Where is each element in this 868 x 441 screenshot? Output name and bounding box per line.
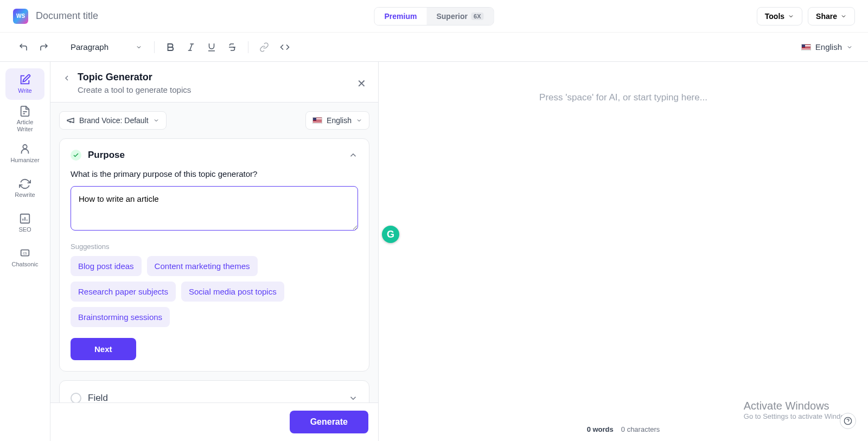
- plan-toggle: Premium Superior 6X: [374, 7, 494, 25]
- top-bar: WS Document title Premium Superior 6X To…: [0, 0, 868, 33]
- brand-voice-label: Brand Voice: Default: [79, 116, 149, 125]
- sidebar-item-label: SEO: [18, 226, 31, 233]
- char-count: 0 characters: [621, 425, 660, 433]
- strikethrough-button[interactable]: [224, 39, 240, 55]
- purpose-title: Purpose: [88, 150, 125, 161]
- next-button[interactable]: Next: [71, 338, 136, 360]
- svg-point-7: [23, 145, 27, 149]
- chevron-down-icon: [356, 117, 362, 124]
- sidebar-item-label: Article Writer: [17, 119, 34, 132]
- sidebar: Write Article Writer Humanizer Rewrite S…: [0, 62, 50, 441]
- chevron-down-icon: [840, 13, 847, 20]
- plan-premium[interactable]: Premium: [375, 8, 427, 25]
- language-label: English: [815, 42, 842, 52]
- document-icon: [19, 105, 31, 117]
- expand-button[interactable]: [348, 393, 358, 402]
- flag-us-icon: [312, 117, 322, 124]
- person-icon: [19, 143, 31, 155]
- chevron-down-icon: [153, 117, 159, 124]
- suggestion-chip[interactable]: Content marketing themes: [147, 256, 258, 276]
- suggestion-chip[interactable]: Blog post ideas: [71, 256, 142, 276]
- purpose-input[interactable]: [71, 186, 358, 231]
- activate-title: Activate Windows: [744, 400, 855, 412]
- flag-us-icon: [801, 44, 811, 50]
- check-icon: [71, 150, 81, 161]
- panel-language-select[interactable]: English: [305, 111, 369, 130]
- panel-title: Topic Generator: [78, 72, 191, 83]
- tools-button[interactable]: Tools: [757, 7, 802, 25]
- separator: [154, 41, 155, 53]
- format-toolbar: Paragraph English: [0, 33, 868, 62]
- share-button-label: Share: [816, 12, 837, 21]
- italic-button[interactable]: [183, 39, 199, 55]
- activate-windows-overlay: Activate Windows Go to Settings to activ…: [744, 400, 855, 420]
- panel-header: Topic Generator Create a tool to generat…: [50, 62, 378, 103]
- word-count: 0 words: [587, 425, 614, 433]
- tools-button-label: Tools: [765, 12, 784, 21]
- question-icon: [844, 417, 852, 425]
- app-logo[interactable]: WS: [13, 9, 28, 24]
- field-title: Field: [88, 393, 108, 402]
- underline-button[interactable]: [203, 39, 220, 55]
- chevron-down-icon: [788, 13, 794, 20]
- sidebar-item-write[interactable]: Write: [5, 68, 44, 100]
- editor-status: 0 words 0 characters: [587, 425, 660, 433]
- refresh-icon: [19, 178, 31, 190]
- sidebar-item-label: Humanizer: [10, 157, 39, 164]
- sidebar-item-label: Rewrite: [15, 191, 35, 199]
- chevron-down-icon: [846, 44, 853, 50]
- plan-superior-label: Superior: [436, 12, 468, 21]
- link-button[interactable]: [256, 39, 272, 55]
- grammarly-icon[interactable]: G: [382, 226, 399, 243]
- sidebar-item-rewrite[interactable]: Rewrite: [5, 172, 44, 204]
- block-type-select[interactable]: Paragraph: [66, 40, 146, 54]
- tool-panel: Topic Generator Create a tool to generat…: [50, 62, 379, 441]
- generate-button[interactable]: Generate: [290, 411, 368, 433]
- sidebar-item-label: Write: [18, 87, 31, 94]
- back-button[interactable]: [62, 74, 71, 82]
- document-title-input[interactable]: Document title: [36, 10, 98, 22]
- language-select[interactable]: English: [801, 42, 853, 52]
- purpose-card: Purpose What is the primary purpose of t…: [59, 138, 369, 372]
- bold-button[interactable]: [162, 39, 178, 55]
- redo-button[interactable]: [36, 39, 52, 55]
- brand-voice-select[interactable]: Brand Voice: Default: [59, 111, 167, 130]
- undo-button[interactable]: [15, 39, 31, 55]
- step-indicator-empty: [71, 393, 81, 402]
- help-button[interactable]: [840, 413, 856, 429]
- share-button[interactable]: Share: [808, 7, 855, 25]
- chat-icon: cs: [19, 247, 31, 259]
- separator: [248, 41, 248, 53]
- pencil-edit-icon: [19, 74, 31, 86]
- svg-line-2: [190, 44, 193, 50]
- close-button[interactable]: ✕: [357, 77, 366, 90]
- sidebar-item-humanizer[interactable]: Humanizer: [5, 138, 44, 169]
- editor-area[interactable]: Press 'space' for AI, or start typing he…: [379, 62, 868, 441]
- chevron-down-icon: [136, 44, 142, 50]
- panel-language-label: English: [327, 116, 352, 125]
- panel-subtitle: Create a tool to generate topics: [78, 85, 191, 94]
- sidebar-item-seo[interactable]: SEO: [5, 207, 44, 239]
- sidebar-item-label: Chatsonic: [12, 261, 39, 268]
- block-type-label: Paragraph: [71, 42, 108, 52]
- activate-subtitle: Go to Settings to activate Windows.: [744, 412, 855, 420]
- sidebar-item-article-writer[interactable]: Article Writer: [5, 103, 44, 135]
- panel-footer: Generate: [50, 402, 378, 441]
- editor-placeholder: Press 'space' for AI, or start typing he…: [379, 92, 868, 103]
- collapse-button[interactable]: [348, 150, 358, 160]
- plan-superior[interactable]: Superior 6X: [426, 8, 493, 25]
- code-button[interactable]: [277, 39, 293, 55]
- field-card[interactable]: Field: [59, 380, 369, 402]
- plan-superior-badge: 6X: [471, 12, 483, 20]
- suggestion-chip[interactable]: Research paper subjects: [71, 282, 176, 302]
- suggestions-label: Suggestions: [71, 242, 358, 251]
- purpose-question: What is the primary purpose of this topi…: [71, 169, 358, 178]
- svg-text:cs: cs: [23, 251, 27, 255]
- sidebar-item-chatsonic[interactable]: cs Chatsonic: [5, 242, 44, 273]
- suggestion-chip[interactable]: Brainstorming sessions: [71, 307, 170, 327]
- suggestion-chip[interactable]: Social media post topics: [181, 282, 284, 302]
- main-area: Write Article Writer Humanizer Rewrite S…: [0, 62, 868, 441]
- chart-icon: [19, 213, 31, 225]
- megaphone-icon: [66, 116, 75, 125]
